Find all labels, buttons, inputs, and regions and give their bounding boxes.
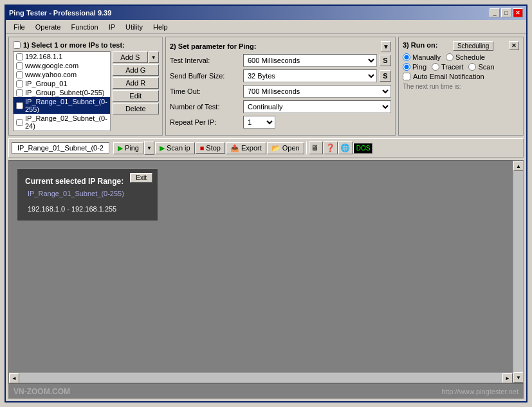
open-button[interactable]: 📂 Open	[267, 142, 304, 154]
scroll-down-button[interactable]: ▼	[513, 372, 524, 383]
popup-exit-button[interactable]: Exit	[130, 173, 152, 183]
menu-file[interactable]: File	[8, 22, 30, 32]
ping-play-icon: ▶	[118, 144, 123, 152]
add-s-button[interactable]: Add S	[113, 51, 148, 63]
scan-radio[interactable]	[468, 63, 476, 71]
schedule-radio-group: Schedule	[446, 53, 485, 61]
scroll-right-button[interactable]: ►	[502, 373, 513, 383]
panel-ping-params: 2) Set parameter for Ping: ▼ Test Interv…	[165, 37, 396, 136]
maximize-button[interactable]: □	[501, 8, 511, 17]
ping-button[interactable]: ▶ Ping	[113, 142, 143, 154]
add-s-dropdown[interactable]: ▼	[149, 51, 159, 63]
ip-range-popup: Exit Current selected IP Range: IP_Range…	[17, 168, 158, 221]
ip-list-container: 192.168.1.1 www.google.com www.yahoo.com	[13, 51, 158, 131]
menu-utility[interactable]: Utility	[120, 22, 148, 32]
ping-radio-group: Ping	[403, 63, 427, 71]
ip-list[interactable]: 192.168.1.1 www.google.com www.yahoo.com	[13, 51, 111, 131]
popup-range-name: IP_Range_01_Subnet_(0-255)	[25, 190, 150, 197]
window-controls: _ □ ✕	[490, 8, 523, 17]
ip-checkbox-6[interactable]	[16, 119, 23, 126]
menu-ip[interactable]: IP	[104, 22, 120, 32]
monitor-button[interactable]: 🖥	[309, 141, 323, 154]
dos-icon: DOS	[356, 145, 371, 152]
export-button[interactable]: 📤 Export	[226, 142, 266, 154]
globe-button[interactable]: 🌐	[338, 141, 353, 154]
list-item[interactable]: IP_Group_Subnet(0-255)	[14, 88, 110, 97]
menu-help[interactable]: Help	[148, 22, 173, 32]
scroll-track-horizontal[interactable]	[19, 373, 502, 383]
number-of-test-row: Number of Test: Continually	[170, 100, 391, 113]
help-icon: ❓	[326, 143, 335, 152]
main-content: 1) Select 1 or more IPs to test: 192.168…	[6, 34, 526, 401]
ip-checkbox-5[interactable]	[16, 102, 23, 109]
scroll-up-button[interactable]: ▲	[513, 161, 524, 171]
add-r-button[interactable]: Add R	[113, 77, 159, 89]
ip-checkbox-3[interactable]	[16, 80, 23, 87]
run-on-close[interactable]: ✕	[509, 41, 519, 50]
list-item[interactable]: 192.168.1.1	[14, 52, 110, 61]
menu-function[interactable]: Function	[66, 22, 103, 32]
vertical-scrollbar[interactable]: ▲ ▼	[513, 161, 523, 383]
manually-radio-group: Manually	[403, 53, 441, 61]
add-g-button[interactable]: Add G	[113, 64, 159, 76]
run-on-title: 3) Run on: Scheduling ✕	[403, 41, 519, 51]
popup-ip-range: 192.168.1.0 - 192.168.1.255	[25, 205, 150, 213]
ip-checkbox-4[interactable]	[16, 89, 23, 96]
delete-button[interactable]: Delete	[113, 103, 159, 114]
buffer-set-btn[interactable]: S	[380, 70, 391, 82]
stop-button[interactable]: ■ Stop	[196, 142, 225, 154]
auto-email-row: Auto Email Notification	[403, 73, 519, 80]
send-buffer-row: Send Buffer Size: 32 Bytes S	[170, 69, 391, 82]
window-title: Ping Tester - Professional 9.39	[9, 9, 111, 17]
scheduling-button[interactable]: Scheduling	[453, 41, 493, 51]
open-icon: 📂	[271, 144, 280, 152]
scanip-play-icon: ▶	[160, 144, 165, 152]
timeout-select[interactable]: 700 Milliseconds	[243, 85, 391, 98]
scroll-track-vertical[interactable]	[513, 171, 523, 372]
timeout-row: Time Out: 700 Milliseconds	[170, 85, 391, 98]
manually-radio[interactable]	[403, 53, 410, 61]
repeat-per-ip-row: Repeat Per IP: 1	[170, 116, 391, 129]
auto-email-checkbox[interactable]	[403, 73, 410, 80]
main-area: Exit Current selected IP Range: IP_Range…	[8, 160, 524, 383]
menu-operate[interactable]: Operate	[30, 22, 66, 32]
panel2-dropdown[interactable]: ▼	[381, 41, 391, 51]
edit-button[interactable]: Edit	[113, 90, 159, 102]
current-item-label: IP_Range_01_Subnet_(0-2	[12, 142, 109, 154]
ip-checkbox-2[interactable]	[16, 71, 23, 78]
repeat-select[interactable]: 1	[243, 116, 275, 129]
buffer-select[interactable]: 32 Bytes	[243, 69, 377, 82]
panel-ip-select: 1) Select 1 or more IPs to test: 192.168…	[8, 37, 163, 136]
ping-dropdown[interactable]: ▼	[144, 141, 154, 155]
list-item[interactable]: www.google.com	[14, 61, 110, 70]
list-item[interactable]: www.yahoo.com	[14, 70, 110, 79]
menu-bar: File Operate Function IP Utility Help	[6, 20, 526, 34]
minimize-button[interactable]: _	[490, 8, 500, 17]
dos-button[interactable]: DOS	[353, 143, 372, 154]
list-item-selected[interactable]: IP_Range_01_Subnet_(0-255)	[14, 97, 110, 114]
list-item[interactable]: IP_Range_02_Subnet_(0-24)	[14, 114, 110, 131]
bottom-bar: VN-ZOOM.COM http://www.pingtester.net	[8, 383, 524, 399]
ip-checkbox-1[interactable]	[16, 62, 23, 69]
toolbar-separator	[306, 141, 307, 154]
tracert-radio-group: Tracert	[432, 63, 463, 71]
schedule-radio[interactable]	[446, 53, 454, 61]
toolbar: IP_Range_01_Subnet_(0-2 ▶ Ping ▼ ▶ Scan …	[8, 138, 524, 158]
scan-ip-button[interactable]: ▶ Scan ip	[155, 142, 195, 154]
list-item[interactable]: IP_Group_01	[14, 79, 110, 88]
watermark-left: VN-ZOOM.COM	[14, 387, 70, 396]
panel1-title: 1) Select 1 or more IPs to test:	[13, 41, 158, 49]
test-interval-set-btn[interactable]: S	[380, 55, 391, 66]
panel1-checkbox[interactable]	[13, 41, 21, 49]
tracert-radio[interactable]	[432, 63, 439, 71]
stop-icon: ■	[200, 144, 205, 152]
close-button[interactable]: ✕	[513, 8, 523, 17]
help-button[interactable]: ❓	[324, 141, 338, 154]
ping-radio[interactable]	[403, 63, 410, 71]
ip-checkbox-0[interactable]	[16, 53, 23, 60]
number-select[interactable]: Continually	[243, 100, 391, 113]
monitor-icon: 🖥	[311, 143, 318, 152]
scroll-left-button[interactable]: ◄	[9, 373, 19, 383]
test-interval-select[interactable]: 600 Milliseconds	[243, 54, 377, 67]
horizontal-scrollbar[interactable]: ◄ ►	[9, 372, 513, 383]
